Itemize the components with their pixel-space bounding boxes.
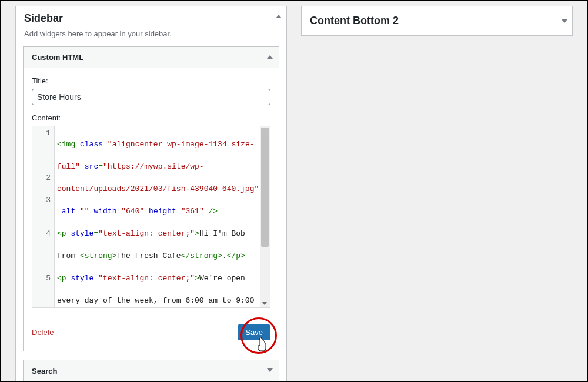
- widget-area-content-bottom-column: Content Bottom 2: [301, 6, 573, 381]
- widget-area-description: Add widgets here to appear in your sideb…: [24, 29, 278, 38]
- save-button[interactable]: Save: [238, 324, 270, 340]
- gutter-line: 3: [46, 196, 51, 205]
- title-label: Title:: [32, 76, 270, 85]
- widget-body: Title: Content: 1 2 3 4 5 <img class="al…: [24, 68, 279, 316]
- gutter-line: 1: [46, 129, 51, 138]
- chevron-down-icon[interactable]: [267, 368, 273, 372]
- gutter-line: 2: [46, 173, 51, 182]
- scrollbar-vertical[interactable]: [260, 126, 270, 307]
- chevron-down-icon[interactable]: [562, 19, 567, 23]
- widget-search[interactable]: Search: [23, 360, 279, 382]
- chevron-up-icon[interactable]: [276, 15, 282, 18]
- widget-header[interactable]: Custom HTML: [24, 47, 279, 68]
- widget-area-body: Custom HTML Title: Content: 1 2 3 4 5: [16, 46, 286, 382]
- code-lines: <img class="aligncenter wp-image-1134 si…: [55, 126, 270, 307]
- scroll-down-icon[interactable]: [262, 302, 267, 305]
- title-input[interactable]: [32, 89, 270, 105]
- gutter-line: 5: [46, 274, 51, 283]
- gutter-line: 4: [46, 229, 51, 238]
- chevron-up-icon[interactable]: [267, 55, 273, 59]
- widget-footer: Delete Save: [24, 316, 279, 351]
- widget-area-sidebar-column: Sidebar Add widgets here to appear in yo…: [15, 6, 287, 381]
- widget-area-sidebar: Sidebar Add widgets here to appear in yo…: [15, 6, 287, 382]
- widget-area-title: Content Bottom 2: [310, 15, 399, 26]
- widget-area-content-bottom-2: Content Bottom 2: [301, 6, 573, 36]
- code-editor[interactable]: 1 2 3 4 5 <img class="aligncenter wp-ima…: [32, 126, 270, 308]
- widget-area-title: Sidebar: [24, 12, 278, 25]
- widget-header-title: Custom HTML: [32, 53, 83, 62]
- content-label: Content:: [32, 113, 270, 122]
- widget-area-header[interactable]: Sidebar Add widgets here to appear in yo…: [16, 6, 286, 46]
- delete-link[interactable]: Delete: [32, 328, 54, 337]
- widget-header-title: Search: [32, 367, 57, 376]
- code-gutter: 1 2 3 4 5: [32, 126, 55, 307]
- widget-area-header[interactable]: Content Bottom 2: [302, 6, 572, 35]
- code-content-area[interactable]: <img class="aligncenter wp-image-1134 si…: [55, 126, 270, 307]
- widget-custom-html: Custom HTML Title: Content: 1 2 3 4 5: [23, 46, 279, 351]
- scrollbar-thumb[interactable]: [261, 128, 269, 247]
